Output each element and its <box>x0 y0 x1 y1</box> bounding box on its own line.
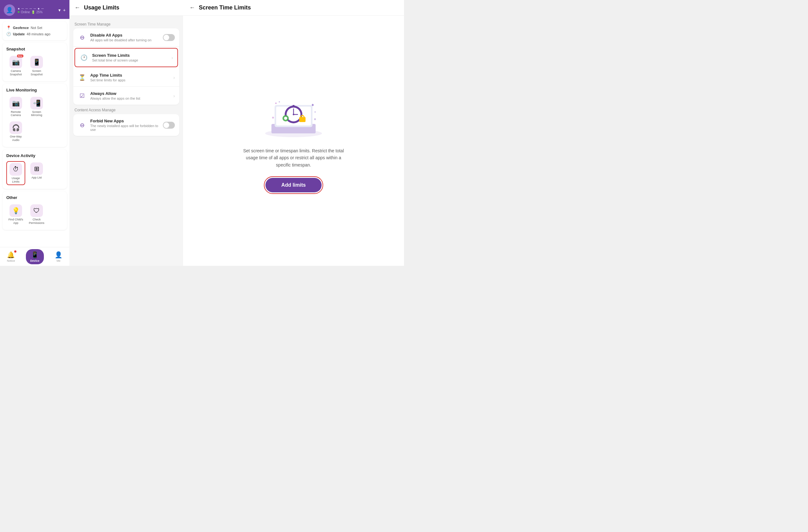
notice-icon: 🔔 <box>7 251 15 259</box>
screen-snapshot-icon-box: 📱 <box>30 56 43 69</box>
dropdown-button[interactable]: ▾ <box>58 7 60 13</box>
right-header: ← Screen Time Limits <box>183 0 404 16</box>
disable-all-apps-toggle[interactable] <box>163 34 175 41</box>
usage-limits-item[interactable]: ⏱ Usage Limits <box>6 161 25 186</box>
always-allow-item[interactable]: ☑ Always Allow Always allow the apps on … <box>73 87 179 105</box>
left-header: 👤 ● ─ ─ ─ ─ ● ─ Online 🔋 25% ▾ + <box>0 0 70 19</box>
content-access-manage-label: Content Access Manage <box>74 108 178 112</box>
toggle-knob <box>164 35 169 40</box>
find-childs-app-item[interactable]: 💡 Find Child's App <box>6 203 25 226</box>
geofence-icon: 📍 <box>6 25 11 30</box>
live-monitoring-title: Live Monitoring <box>6 88 63 92</box>
update-icon: 🕐 <box>6 32 11 36</box>
middle-panel: ← Usage Limits Screen Time Manage ⊖ Disa… <box>70 0 183 266</box>
screen-time-manage-label: Screen Time Manage <box>74 22 178 26</box>
forbid-new-apps-toggle[interactable] <box>163 122 175 129</box>
right-back-button[interactable]: ← <box>189 4 195 11</box>
svg-rect-9 <box>293 105 294 107</box>
header-device-name: ● ─ ─ ─ ─ ● ─ <box>18 7 44 11</box>
update-label: Update <box>13 32 25 36</box>
middle-back-button[interactable]: ← <box>74 4 80 11</box>
disable-all-apps-item[interactable]: ⊖ Disable All Apps All apps will be disa… <box>73 28 179 47</box>
forbid-new-apps-item[interactable]: ⊖ Forbid New Apps The newly installed ap… <box>73 114 179 136</box>
screen-time-limits-title: Screen Time Limits <box>92 53 171 58</box>
svg-text:✦: ✦ <box>275 101 277 105</box>
middle-panel-title: Usage Limits <box>84 4 119 11</box>
screen-time-illustration: ✦ ✦ ✦ <box>262 89 325 140</box>
screen-snapshot-item[interactable]: 📱 Screen Snapshot <box>27 55 46 78</box>
app-time-limits-chevron: › <box>173 75 175 80</box>
app-time-limits-item[interactable]: ⏳ App Time Limits Set time limits for ap… <box>73 69 179 87</box>
geofence-value: Not Set <box>31 26 42 30</box>
always-allow-title: Always Allow <box>90 91 173 96</box>
notice-label: Notice <box>7 259 15 262</box>
info-card: 📍 Geofence Not Set 🕐 Update 48 minutes a… <box>2 21 67 40</box>
always-allow-subtitle: Always allow the apps on the list <box>90 96 173 100</box>
avatar: 👤 <box>4 4 15 16</box>
disable-all-apps-subtitle: All apps will be disabled after turning … <box>90 38 163 42</box>
app-time-limits-subtitle: Set time limits for apps <box>90 78 173 82</box>
always-allow-icon: ☑ <box>78 92 87 100</box>
add-button[interactable]: + <box>63 7 66 13</box>
right-content: ✦ ✦ ✦ Set screen time or timespan limits… <box>183 16 404 266</box>
new-badge: New <box>17 55 23 57</box>
notice-badge <box>14 250 16 252</box>
app-list-label: App List <box>32 176 42 179</box>
status-label: Online <box>21 11 30 14</box>
one-way-audio-icon: 🎧 <box>12 124 20 132</box>
svg-point-16 <box>272 117 274 118</box>
camera-snapshot-item[interactable]: 📷 New Camera Snapshot <box>6 55 25 78</box>
battery-label: 25% <box>36 11 43 14</box>
middle-header: ← Usage Limits <box>70 0 183 16</box>
forbid-new-apps-icon: ⊖ <box>78 121 87 130</box>
camera-snapshot-icon-box: 📷 New <box>10 56 22 69</box>
remote-camera-icon-box: 📷 <box>10 97 22 110</box>
geofence-label: Geofence <box>13 26 29 30</box>
screen-snapshot-label: Screen Snapshot <box>29 69 45 76</box>
right-panel: ← Screen Time Limits <box>183 0 404 266</box>
screen-time-manage-card: ⊖ Disable All Apps All apps will be disa… <box>73 28 179 105</box>
update-value: 48 minutes ago <box>26 32 50 36</box>
screen-time-limits-subtitle: Set total time of screen usage <box>92 58 171 62</box>
app-list-icon: ⊞ <box>34 165 39 172</box>
app-list-item[interactable]: ⊞ App List <box>27 161 46 186</box>
one-way-audio-label: One-Way Audio <box>7 135 24 142</box>
camera-icon: 📷 <box>12 58 20 66</box>
add-limits-button[interactable]: Add limits <box>265 178 321 192</box>
live-monitoring-section: Live Monitoring 📷 Remote Camera 📲 Screen… <box>2 84 67 147</box>
svg-point-17 <box>314 118 316 120</box>
me-label: Me <box>56 259 60 262</box>
other-section: Other 💡 Find Child's App 🛡 Check Permiss… <box>2 191 67 230</box>
screen-mirroring-item[interactable]: 📲 Screen Mirroring <box>27 96 46 118</box>
check-permissions-item[interactable]: 🛡 Check Permissions <box>27 203 46 226</box>
nav-me[interactable]: 👤 Me <box>52 250 66 264</box>
device-activity-section: Device Activity ⏱ Usage Limits ⊞ App Lis… <box>2 150 67 189</box>
device-activity-title: Device Activity <box>6 153 63 158</box>
screen-time-limits-icon: 🕐 <box>79 53 88 62</box>
forbid-toggle-knob <box>164 122 169 128</box>
find-childs-app-icon: 💡 <box>12 207 20 214</box>
disable-all-apps-title: Disable All Apps <box>90 33 163 38</box>
one-way-audio-item[interactable]: 🎧 One-Way Audio <box>6 120 25 143</box>
remote-camera-item[interactable]: 📷 Remote Camera <box>6 96 25 118</box>
svg-rect-10 <box>299 117 306 122</box>
svg-point-12 <box>284 117 287 120</box>
remote-camera-icon: 📷 <box>12 99 20 107</box>
nav-device[interactable]: 📱 Device <box>26 249 44 264</box>
screen-mirroring-icon: 📲 <box>33 99 41 107</box>
middle-scroll: Screen Time Manage ⊖ Disable All Apps Al… <box>70 16 183 266</box>
screen-time-limits-chevron: › <box>171 55 173 60</box>
usage-limits-icon: ⏱ <box>13 166 19 173</box>
other-title: Other <box>6 195 63 200</box>
device-icon: 📱 <box>31 251 39 259</box>
snapshot-title: Snapshot <box>6 47 63 52</box>
svg-point-8 <box>293 114 294 115</box>
find-childs-app-label: Find Child's App <box>7 218 24 225</box>
device-label: Device <box>30 259 39 262</box>
screen-time-limits-item[interactable]: 🕐 Screen Time Limits Set total time of s… <box>74 48 178 67</box>
find-childs-app-icon-box: 💡 <box>10 204 22 217</box>
screen-mirroring-icon-box: 📲 <box>30 97 43 110</box>
content-access-manage-card: ⊖ Forbid New Apps The newly installed ap… <box>73 114 179 136</box>
nav-notice[interactable]: 🔔 Notice <box>4 250 18 264</box>
me-icon: 👤 <box>55 251 62 259</box>
